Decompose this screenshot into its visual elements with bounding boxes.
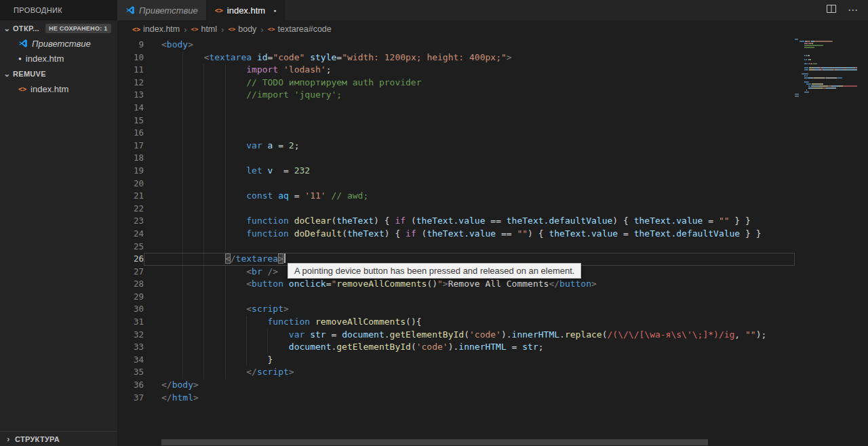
line-number[interactable]: 19 xyxy=(117,165,144,178)
code-text[interactable] xyxy=(144,291,795,304)
code-line[interactable]: 17 var a = 2; xyxy=(117,140,795,153)
line-number[interactable]: 22 xyxy=(117,203,144,216)
code-line[interactable]: 19 let v = 232 xyxy=(117,165,795,178)
editor[interactable]: 9<body>10 <textarea id="code" style="wid… xyxy=(117,38,868,446)
code-line[interactable]: 33 document.getElementById('code').inner… xyxy=(117,341,795,354)
tab[interactable]: Приветствие xyxy=(117,0,207,20)
line-number[interactable]: 35 xyxy=(117,366,144,379)
code-text[interactable]: <body> xyxy=(144,39,795,52)
horizontal-scrollbar-thumb[interactable] xyxy=(161,439,708,445)
line-number[interactable]: 32 xyxy=(117,329,144,342)
more-actions-icon[interactable]: ⋯ xyxy=(848,4,859,16)
line-number[interactable]: 16 xyxy=(117,127,144,140)
code-text[interactable]: </body> xyxy=(144,379,795,392)
line-number[interactable]: 30 xyxy=(117,303,144,316)
line-number[interactable]: 11 xyxy=(117,64,144,77)
code-text[interactable]: // TODO импортируем auth provider xyxy=(144,77,795,89)
code-line[interactable]: 21 const aq = '11' // awd; xyxy=(117,190,795,203)
code-text[interactable] xyxy=(144,115,795,127)
line-number[interactable]: 14 xyxy=(117,102,144,115)
code-line[interactable]: 35 </script> xyxy=(117,366,795,379)
line-number[interactable]: 18 xyxy=(117,152,144,165)
code-line[interactable]: 36</body> xyxy=(117,379,795,392)
outline-section-header[interactable]: › СТРУКТУРА xyxy=(0,431,117,446)
code-line[interactable]: 14 xyxy=(117,102,795,115)
line-number[interactable]: 31 xyxy=(117,316,144,329)
line-number[interactable]: 17 xyxy=(117,140,144,153)
code-text[interactable] xyxy=(144,152,795,165)
line-number[interactable]: 34 xyxy=(117,354,144,367)
code-text[interactable] xyxy=(144,203,795,216)
code-line[interactable]: 25 xyxy=(117,241,795,254)
line-number[interactable]: 21 xyxy=(117,190,144,203)
code-line[interactable]: 23 function doClear(theText) { if (theTe… xyxy=(117,215,795,228)
tab[interactable]: <>index.htm● xyxy=(207,0,285,20)
modified-dot-icon[interactable]: ● xyxy=(273,8,276,13)
code-line[interactable]: 13 //import 'jquery'; xyxy=(117,89,795,102)
horizontal-scrollbar[interactable] xyxy=(161,439,790,446)
code-text[interactable]: </script> xyxy=(144,366,795,379)
code-text[interactable]: import 'lodash'; xyxy=(144,64,795,77)
folder-header[interactable]: ⌄ REMUVE xyxy=(0,66,117,81)
line-number[interactable]: 13 xyxy=(117,89,144,102)
code-line[interactable]: 9<body> xyxy=(117,39,795,52)
code-line[interactable]: 34 } xyxy=(117,354,795,367)
code-text[interactable]: document.getElementById('code').innerHTM… xyxy=(144,341,795,354)
line-number[interactable]: 25 xyxy=(117,241,144,254)
code-text[interactable]: const aq = '11' // awd; xyxy=(144,190,795,203)
code-line[interactable]: 11 import 'lodash'; xyxy=(117,64,795,77)
code-text[interactable]: <script> xyxy=(144,303,795,316)
line-number[interactable]: 20 xyxy=(117,178,144,190)
code-line[interactable]: 12 // TODO импортируем auth provider xyxy=(117,77,795,89)
code-line[interactable]: 31 function removeAllComments(){ xyxy=(117,316,795,329)
split-editor-icon[interactable] xyxy=(826,3,837,17)
code-text[interactable]: let v = 232 xyxy=(144,165,795,178)
tree-item[interactable]: <>index.htm xyxy=(0,81,117,96)
code-area[interactable]: 9<body>10 <textarea id="code" style="wid… xyxy=(117,39,795,404)
code-line[interactable]: 18 xyxy=(117,152,795,165)
line-number[interactable]: 23 xyxy=(117,215,144,228)
breadcrumb-item[interactable]: <>textarea#code xyxy=(268,24,332,34)
line-number[interactable]: 12 xyxy=(117,77,144,89)
breadcrumb-item[interactable]: <>index.htm xyxy=(132,24,180,34)
line-number[interactable]: 33 xyxy=(117,341,144,354)
code-line[interactable]: 32 var str = document.getElementById('co… xyxy=(117,329,795,342)
line-number[interactable]: 37 xyxy=(117,392,144,405)
minimap[interactable] xyxy=(795,39,857,98)
code-line[interactable]: 29 xyxy=(117,291,795,304)
code-text[interactable]: } xyxy=(144,354,795,367)
line-number[interactable]: 24 xyxy=(117,228,144,241)
breadcrumb-item[interactable]: <>body xyxy=(228,24,256,34)
code-line[interactable]: 30 <script> xyxy=(117,303,795,316)
code-text[interactable] xyxy=(144,178,795,190)
open-editors-header[interactable]: ⌄ ОТКР... НЕ СОХРАНЕНО: 1 xyxy=(0,20,117,36)
code-line[interactable]: 28 <button onclick="removeAllComments()"… xyxy=(117,278,795,291)
line-number[interactable]: 10 xyxy=(117,52,144,64)
code-text[interactable]: </html> xyxy=(144,392,795,405)
code-text[interactable]: function doClear(theText) { if (theText.… xyxy=(144,215,795,228)
breadcrumb-item[interactable]: <>html xyxy=(191,24,217,34)
open-editor-item[interactable]: ●index.htm xyxy=(0,51,117,66)
code-text[interactable]: function doDefault(theText) { if (theTex… xyxy=(144,228,795,241)
line-number[interactable]: 29 xyxy=(117,291,144,304)
code-text[interactable] xyxy=(144,241,795,254)
open-editor-item[interactable]: Приветствие xyxy=(0,36,117,51)
line-number[interactable]: 26 xyxy=(117,253,144,266)
code-text[interactable] xyxy=(144,127,795,140)
code-text[interactable]: <button onclick="removeAllComments()">Re… xyxy=(144,278,795,291)
line-number[interactable]: 9 xyxy=(117,39,144,52)
code-line[interactable]: 20 xyxy=(117,178,795,190)
code-line[interactable]: 37</html> xyxy=(117,392,795,405)
line-number[interactable]: 27 xyxy=(117,266,144,279)
code-text[interactable]: <textarea id="code" style="width: 1200px… xyxy=(144,52,795,64)
code-line[interactable]: 10 <textarea id="code" style="width: 120… xyxy=(117,52,795,64)
code-text[interactable]: var a = 2; xyxy=(144,140,795,153)
line-number[interactable]: 15 xyxy=(117,115,144,127)
code-text[interactable]: function removeAllComments(){ xyxy=(144,316,795,329)
line-number[interactable]: 28 xyxy=(117,278,144,291)
code-text[interactable]: //import 'jquery'; xyxy=(144,89,795,102)
code-line[interactable]: 24 function doDefault(theText) { if (the… xyxy=(117,228,795,241)
code-line[interactable]: 15 xyxy=(117,115,795,127)
code-line[interactable]: 22 xyxy=(117,203,795,216)
line-number[interactable]: 36 xyxy=(117,379,144,392)
